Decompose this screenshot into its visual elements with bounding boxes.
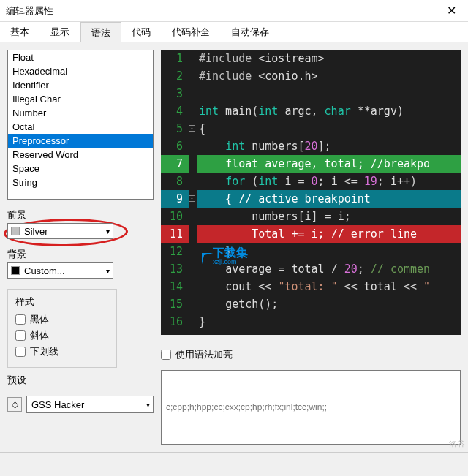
chevron-down-icon: ▾: [106, 227, 110, 235]
style-group: 样式 黑体 斜体 下划线: [7, 289, 117, 368]
chevron-down-icon: ▾: [146, 401, 150, 409]
window-title: 编辑器属性: [6, 4, 53, 18]
preset-label: 预设: [7, 374, 154, 387]
titlebar: 编辑器属性 ✕: [0, 0, 468, 22]
extensions-input[interactable]: [161, 370, 461, 445]
preset-group: 预设 ◇ GSS Hacker ▾: [7, 374, 154, 413]
tab-5[interactable]: 自动保存: [221, 22, 280, 42]
foreground-swatch: [11, 227, 20, 235]
content: FloatHexadecimalIdentifierIllegal CharNu…: [0, 42, 468, 452]
tab-3[interactable]: 代码: [121, 22, 162, 42]
background-value: Custom...: [24, 265, 65, 276]
list-item[interactable]: Octal: [8, 120, 153, 134]
foreground-combo[interactable]: Silver ▾: [7, 223, 113, 239]
chevron-down-icon: ▾: [106, 267, 110, 275]
bottom-bar: [0, 452, 468, 476]
right-panel: 1#include <iostream>2#include <conio.h>3…: [161, 50, 461, 445]
list-item[interactable]: Float: [8, 50, 153, 64]
preset-combo[interactable]: GSS Hacker ▾: [26, 396, 154, 413]
token-listbox[interactable]: FloatHexadecimalIdentifierIllegal CharNu…: [7, 50, 154, 200]
list-item[interactable]: Preprocessor: [8, 134, 153, 148]
corner-label: 洛谷: [449, 439, 465, 450]
list-item[interactable]: Reserved Word: [8, 148, 153, 162]
syntax-highlight-checkbox[interactable]: 使用语法加亮: [161, 347, 233, 363]
foreground-value: Silver: [24, 226, 48, 237]
preset-value: GSS Hacker: [31, 399, 84, 410]
tab-0[interactable]: 基本: [0, 22, 40, 42]
tab-4[interactable]: 代码补全: [162, 22, 221, 42]
list-item[interactable]: String: [8, 175, 153, 189]
background-swatch: [11, 266, 20, 275]
style-label: 样式: [15, 295, 109, 309]
foreground-label: 前景: [7, 208, 154, 222]
tab-1[interactable]: 显示: [40, 22, 80, 42]
list-item[interactable]: Identifier: [8, 78, 153, 92]
tab-2[interactable]: 语法: [80, 22, 121, 42]
preset-icon[interactable]: ◇: [7, 397, 22, 412]
tab-strip: 基本显示语法代码代码补全自动保存: [0, 22, 468, 42]
list-item[interactable]: Space: [8, 162, 153, 175]
background-combo[interactable]: Custom... ▾: [7, 262, 113, 279]
background-group: 背景 Custom... ▾: [7, 248, 154, 279]
bold-checkbox[interactable]: 黑体: [15, 311, 109, 328]
italic-checkbox[interactable]: 斜体: [15, 328, 109, 344]
syntax-row: 使用语法加亮: [161, 347, 461, 363]
list-item[interactable]: Hexadecimal: [8, 64, 153, 78]
list-item[interactable]: Number: [8, 106, 153, 120]
foreground-group: 前景 Silver ▾: [7, 208, 154, 239]
close-button[interactable]: ✕: [435, 0, 468, 22]
underline-checkbox[interactable]: 下划线: [15, 344, 109, 360]
code-preview: 1#include <iostream>2#include <conio.h>3…: [161, 50, 461, 335]
background-label: 背景: [7, 248, 154, 261]
left-panel: FloatHexadecimalIdentifierIllegal CharNu…: [7, 50, 154, 445]
list-item[interactable]: Illegal Char: [8, 92, 153, 106]
